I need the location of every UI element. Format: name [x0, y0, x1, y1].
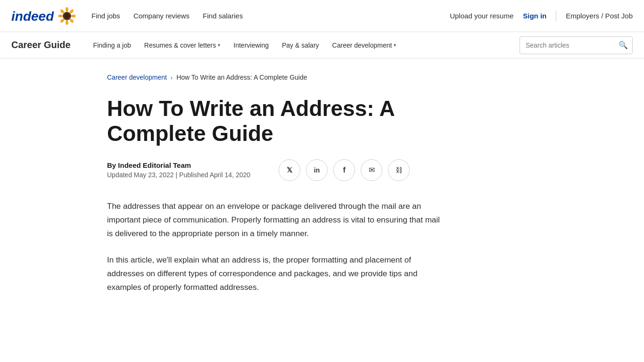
company-reviews-link[interactable]: Company reviews	[133, 12, 190, 20]
linkedin-share-button[interactable]: in	[306, 159, 328, 181]
main-content: Career development › How To Write an Add…	[96, 58, 548, 336]
find-salaries-link[interactable]: Find salaries	[203, 12, 243, 20]
article-meta: By Indeed Editorial Team Updated May 23,…	[107, 161, 250, 179]
upload-resume-link[interactable]: Upload your resume	[450, 12, 513, 20]
email-icon: ✉	[369, 165, 375, 174]
article-date: Updated May 23, 2022 | Published April 1…	[107, 171, 250, 179]
finding-a-job-link[interactable]: Finding a job	[88, 39, 137, 52]
second-nav-links: Finding a job Resumes & cover letters ▾ …	[88, 39, 520, 52]
top-nav-links: Find jobs Company reviews Find salaries	[91, 12, 450, 20]
interviewing-link[interactable]: Interviewing	[228, 39, 274, 52]
svg-point-1	[66, 7, 68, 12]
twitter-share-button[interactable]: 𝕏	[279, 159, 300, 181]
breadcrumb-current: How To Write an Address: A Complete Guid…	[176, 74, 307, 81]
logo-area[interactable]: indeed	[11, 7, 76, 25]
svg-text:indeed: indeed	[11, 9, 54, 24]
linkedin-icon: in	[314, 166, 320, 174]
breadcrumb-separator: ›	[171, 74, 173, 81]
resumes-cover-letters-link[interactable]: Resumes & cover letters ▾	[139, 39, 226, 52]
pay-salary-link[interactable]: Pay & salary	[276, 39, 325, 52]
article-author: By Indeed Editorial Team	[107, 161, 250, 169]
article-paragraph-1: The addresses that appear on an envelope…	[107, 200, 446, 241]
nav-divider	[556, 10, 556, 22]
search-icon: 🔍	[619, 41, 628, 49]
svg-point-10	[64, 13, 70, 19]
facebook-icon: f	[343, 166, 345, 174]
search-input[interactable]	[520, 41, 614, 49]
career-guide-title: Career Guide	[11, 40, 71, 50]
copy-link-button[interactable]: ⛓	[388, 159, 410, 181]
breadcrumb-parent-link[interactable]: Career development	[107, 74, 167, 81]
career-development-link[interactable]: Career development ▾	[327, 39, 402, 52]
top-navigation: indeed Find jobs Company reviews Find sa…	[0, 0, 644, 32]
top-nav-right: Upload your resume Sign in Employers / P…	[450, 10, 633, 22]
sign-in-button[interactable]: Sign in	[523, 12, 546, 20]
svg-point-7	[58, 15, 63, 17]
search-box: 🔍	[520, 36, 633, 54]
search-button[interactable]: 🔍	[614, 41, 633, 49]
link-icon: ⛓	[396, 166, 403, 174]
breadcrumb: Career development › How To Write an Add…	[107, 74, 537, 81]
article-meta-row: By Indeed Editorial Team Updated May 23,…	[107, 159, 537, 181]
article-title: How To Write an Address: A Complete Guid…	[107, 96, 465, 146]
social-icons: 𝕏 in f ✉ ⛓	[279, 159, 410, 181]
employers-link[interactable]: Employers / Post Job	[566, 12, 633, 20]
twitter-icon: 𝕏	[287, 166, 292, 174]
chevron-down-icon-2: ▾	[394, 42, 396, 48]
article-paragraph-2: In this article, we'll explain what an a…	[107, 254, 446, 295]
article-body: The addresses that appear on an envelope…	[107, 200, 537, 295]
secondary-navigation: Career Guide Finding a job Resumes & cov…	[0, 32, 644, 58]
chevron-down-icon: ▾	[218, 42, 220, 48]
svg-point-5	[66, 20, 68, 25]
sunflower-icon	[58, 7, 76, 25]
svg-point-3	[71, 15, 76, 17]
indeed-logo[interactable]: indeed	[11, 8, 54, 25]
find-jobs-link[interactable]: Find jobs	[91, 12, 120, 20]
facebook-share-button[interactable]: f	[333, 159, 355, 181]
email-share-button[interactable]: ✉	[361, 159, 382, 181]
